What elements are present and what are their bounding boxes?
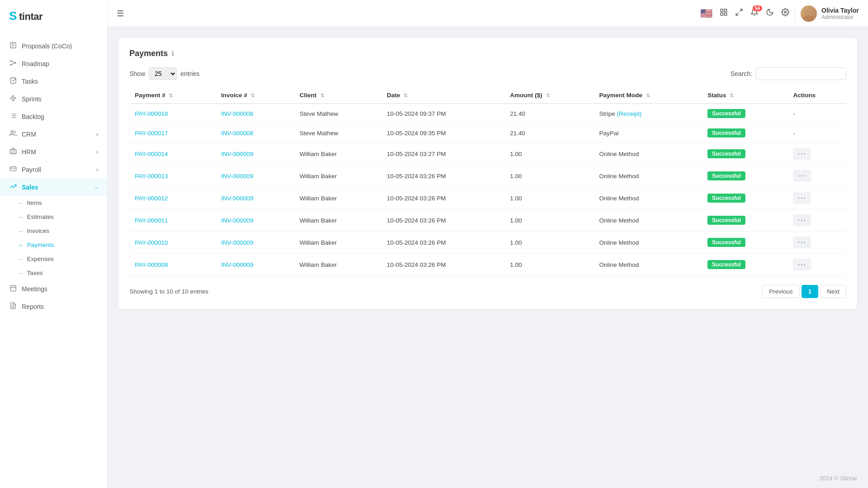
- date-cell: 10-05-2024 03:26 PM: [381, 209, 504, 232]
- previous-button[interactable]: Previous: [762, 285, 800, 298]
- sidebar-item-payroll[interactable]: Payroll ›: [0, 161, 107, 178]
- sidebar-item-tasks-label: Tasks: [22, 78, 38, 85]
- pagination-row: Showing 1 to 10 of 10 entries Previous 1…: [129, 285, 846, 298]
- sidebar-item-crm[interactable]: CRM ›: [0, 125, 107, 143]
- sort-icon-mode[interactable]: ⇅: [646, 93, 650, 98]
- entries-label: entries: [180, 70, 199, 77]
- actions-button[interactable]: ···: [793, 259, 811, 270]
- sidebar-item-meetings[interactable]: Meetings: [0, 280, 107, 298]
- actions-cell: -: [787, 123, 846, 143]
- amount-cell: 1.00: [504, 232, 593, 254]
- svg-point-33: [784, 11, 787, 14]
- search-input[interactable]: [756, 67, 846, 80]
- actions-button[interactable]: ···: [793, 214, 811, 226]
- payment-num-cell[interactable]: PAY-000009: [129, 254, 216, 276]
- client-cell: William Baker: [294, 187, 381, 209]
- invoice-num-cell[interactable]: INV-000008: [216, 104, 294, 123]
- receipt-link[interactable]: (Receipt): [617, 110, 642, 117]
- sidebar-item-roadmap[interactable]: Roadmap: [0, 55, 107, 72]
- payment-num-cell[interactable]: PAY-000011: [129, 209, 216, 232]
- logo-svg: S tintar: [9, 8, 59, 23]
- sidebar-item-payroll-label: Payroll: [22, 166, 41, 173]
- settings-icon[interactable]: [781, 8, 789, 19]
- status-badge: Successful: [707, 216, 745, 225]
- sort-icon-payment[interactable]: ⇅: [169, 93, 173, 98]
- expand-icon[interactable]: [735, 8, 743, 19]
- payment-num-cell[interactable]: PAY-000017: [129, 123, 216, 143]
- client-cell: William Baker: [294, 254, 381, 276]
- invoice-num-cell[interactable]: INV-000009: [216, 143, 294, 165]
- sidebar-item-sales[interactable]: Sales ⌵: [0, 178, 107, 196]
- sidebar-item-proposals[interactable]: Proposals (CoCo): [0, 37, 107, 55]
- invoice-num-cell[interactable]: INV-000009: [216, 209, 294, 232]
- status-badge: Successful: [707, 109, 745, 118]
- payment-mode-cell: Online Method: [594, 232, 702, 254]
- payment-num-cell[interactable]: PAY-000013: [129, 165, 216, 187]
- table-row: PAY-000010INV-000009William Baker10-05-2…: [129, 232, 846, 254]
- sidebar-item-backlog[interactable]: Backlog: [0, 108, 107, 125]
- status-badge: Successful: [707, 171, 745, 180]
- sidebar-item-meetings-label: Meetings: [22, 285, 47, 293]
- svg-text:tintar: tintar: [19, 11, 43, 22]
- payment-num-cell[interactable]: PAY-000012: [129, 187, 216, 209]
- sidebar-sub-invoices[interactable]: – Invoices: [0, 224, 107, 238]
- sort-icon-amount[interactable]: ⇅: [546, 93, 550, 98]
- sort-icon-status[interactable]: ⇅: [730, 93, 734, 98]
- payment-num-cell[interactable]: PAY-000018: [129, 104, 216, 123]
- next-button[interactable]: Next: [820, 285, 846, 298]
- crm-chevron-icon: ›: [96, 131, 98, 137]
- payment-mode-cell: Online Method: [594, 254, 702, 276]
- flag-icon[interactable]: 🇺🇸: [700, 8, 712, 19]
- backlog-icon: [9, 112, 17, 121]
- client-cell: Steve Mathew: [294, 123, 381, 143]
- sidebar-sub-invoices-label: Invoices: [27, 227, 50, 234]
- menu-toggle-icon[interactable]: ☰: [117, 9, 124, 19]
- actions-button[interactable]: ···: [793, 192, 811, 204]
- payroll-chevron-icon: ›: [96, 166, 98, 173]
- date-cell: 10-05-2024 03:26 PM: [381, 254, 504, 276]
- invoice-num-cell[interactable]: INV-000009: [216, 254, 294, 276]
- actions-button[interactable]: ···: [793, 170, 811, 182]
- sidebar-sub-taxes[interactable]: – Taxes: [0, 266, 107, 280]
- page-1-button[interactable]: 1: [802, 285, 819, 298]
- sort-icon-date[interactable]: ⇅: [403, 93, 408, 98]
- invoice-num-cell[interactable]: INV-000009: [216, 232, 294, 254]
- sprints-icon: [9, 95, 17, 103]
- sidebar-sub-items[interactable]: – Items: [0, 196, 107, 210]
- actions-button[interactable]: ···: [793, 237, 811, 248]
- col-actions: Actions: [787, 87, 846, 104]
- hrm-icon: [9, 147, 17, 156]
- entries-select[interactable]: 10 25 50 100: [149, 67, 177, 80]
- logo[interactable]: S tintar: [0, 0, 107, 33]
- amount-cell: 1.00: [504, 143, 593, 165]
- grid-icon[interactable]: [720, 8, 728, 19]
- sidebar-sub-payments[interactable]: – Payments: [0, 238, 107, 252]
- client-cell: William Baker: [294, 209, 381, 232]
- sidebar-item-reports[interactable]: Reports: [0, 298, 107, 315]
- sidebar: S tintar Proposals (CoCo) Roadmap Tasks: [0, 0, 108, 488]
- payment-num-cell[interactable]: PAY-000014: [129, 143, 216, 165]
- actions-button[interactable]: ···: [793, 148, 811, 160]
- sort-icon-invoice[interactable]: ⇅: [251, 93, 255, 98]
- sidebar-item-sprints[interactable]: Sprints: [0, 90, 107, 108]
- sidebar-item-tasks[interactable]: Tasks: [0, 72, 107, 90]
- sidebar-item-hrm[interactable]: HRM ›: [0, 143, 107, 161]
- svg-point-19: [11, 131, 13, 133]
- date-cell: 10-05-2024 09:35 PM: [381, 123, 504, 143]
- svg-text:S: S: [9, 9, 17, 23]
- sidebar-sub-estimates[interactable]: – Estimates: [0, 210, 107, 224]
- sort-icon-client[interactable]: ⇅: [320, 93, 324, 98]
- table-row: PAY-000014INV-000009William Baker10-05-2…: [129, 143, 846, 165]
- amount-cell: 21.40: [504, 123, 593, 143]
- invoice-num-cell[interactable]: INV-000008: [216, 123, 294, 143]
- user-area[interactable]: Olivia Taylor Administrator: [795, 5, 859, 22]
- invoice-num-cell[interactable]: INV-000009: [216, 165, 294, 187]
- notification-icon[interactable]: 54: [750, 8, 759, 19]
- info-icon[interactable]: ℹ: [171, 49, 174, 58]
- dark-mode-icon[interactable]: [766, 8, 774, 19]
- sales-icon: [9, 183, 17, 191]
- payment-num-cell[interactable]: PAY-000010: [129, 232, 216, 254]
- invoice-num-cell[interactable]: INV-000009: [216, 187, 294, 209]
- sidebar-sub-expenses[interactable]: – Expenses: [0, 252, 107, 266]
- status-badge: Successful: [707, 128, 745, 137]
